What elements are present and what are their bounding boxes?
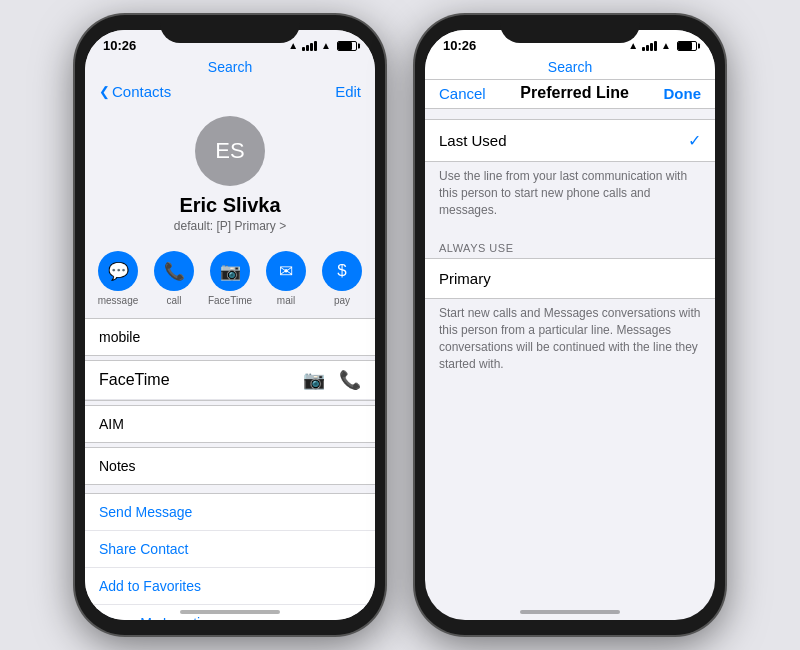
status-icons-right: ▲ ▲ bbox=[628, 40, 697, 51]
always-use-heading: ALWAYS USE bbox=[425, 228, 715, 258]
right-nav-bar: Cancel Preferred Line Done bbox=[425, 80, 715, 109]
last-used-option[interactable]: Last Used ✓ bbox=[425, 120, 715, 161]
primary-option[interactable]: Primary bbox=[425, 259, 715, 298]
screen-right: 10:26 ▲ ▲ Search Cancel bbox=[425, 30, 715, 620]
battery-icon-right bbox=[677, 41, 697, 51]
done-button[interactable]: Done bbox=[664, 85, 702, 102]
action-facetime[interactable]: 📷 FaceTime bbox=[207, 251, 253, 306]
facetime-row[interactable]: FaceTime 📷 📞 bbox=[85, 361, 375, 400]
facetime-icon: 📷 bbox=[210, 251, 250, 291]
screen-left: 10:26 ▲ ▲ Search Contacts Edit bbox=[85, 30, 375, 620]
last-used-description: Use the line from your last communicatio… bbox=[425, 162, 715, 228]
notes-label: Notes bbox=[99, 458, 136, 474]
action-call[interactable]: 📞 call bbox=[151, 251, 197, 306]
aim-section: AIM bbox=[85, 405, 375, 443]
contact-subtitle: default: [P] Primary > bbox=[174, 219, 286, 233]
preferred-line-title: Preferred Line bbox=[520, 84, 628, 102]
aim-label: AIM bbox=[99, 416, 124, 432]
action-mail[interactable]: ✉ mail bbox=[263, 251, 309, 306]
search-bar-right[interactable]: Search bbox=[425, 57, 715, 80]
cancel-button[interactable]: Cancel bbox=[439, 85, 486, 102]
facetime-phone-icon[interactable]: 📞 bbox=[339, 369, 361, 391]
wifi-icon-right: ▲ bbox=[661, 40, 671, 51]
call-icon: 📞 bbox=[154, 251, 194, 291]
facetime-section: FaceTime 📷 📞 bbox=[85, 360, 375, 401]
action-message[interactable]: 💬 message bbox=[95, 251, 141, 306]
contact-name: Eric Slivka bbox=[179, 194, 280, 217]
links-section: Send Message Share Contact Add to Favori… bbox=[85, 493, 375, 620]
checkmark-icon: ✓ bbox=[688, 131, 701, 150]
mobile-field[interactable]: mobile bbox=[85, 319, 375, 355]
notch-left bbox=[160, 15, 300, 43]
facetime-icons: 📷 📞 bbox=[303, 369, 361, 391]
facetime-video-icon[interactable]: 📷 bbox=[303, 369, 325, 391]
mail-label: mail bbox=[277, 295, 295, 306]
actions-row: 💬 message 📞 call 📷 FaceTime ✉ mail $ pay bbox=[85, 241, 375, 312]
signal-bars bbox=[302, 41, 317, 51]
battery-icon bbox=[337, 41, 357, 51]
primary-label: Primary bbox=[439, 270, 491, 287]
share-contact-link[interactable]: Share Contact bbox=[85, 531, 375, 568]
last-used-label: Last Used bbox=[439, 132, 507, 149]
search-label-right: Search bbox=[548, 59, 592, 75]
aim-field[interactable]: AIM bbox=[85, 406, 375, 442]
contact-header: ES Eric Slivka default: [P] Primary > bbox=[85, 106, 375, 241]
status-icons-left: ▲ ▲ bbox=[288, 40, 357, 51]
message-label: message bbox=[98, 295, 139, 306]
add-to-favorites-link[interactable]: Add to Favorites bbox=[85, 568, 375, 605]
wifi-icon: ▲ bbox=[321, 40, 331, 51]
last-used-section: Last Used ✓ bbox=[425, 119, 715, 162]
search-bar-left[interactable]: Search bbox=[85, 57, 375, 79]
time-right: 10:26 bbox=[443, 38, 476, 53]
avatar: ES bbox=[195, 116, 265, 186]
send-message-link[interactable]: Send Message bbox=[85, 494, 375, 531]
facetime-field-label: FaceTime bbox=[99, 371, 170, 389]
notch-right bbox=[500, 15, 640, 43]
time-left: 10:26 bbox=[103, 38, 136, 53]
message-icon: 💬 bbox=[98, 251, 138, 291]
notes-section: Notes bbox=[85, 447, 375, 485]
phone-left: 10:26 ▲ ▲ Search Contacts Edit bbox=[75, 15, 385, 635]
search-label-left: Search bbox=[208, 59, 252, 75]
nav-bar-left: Contacts Edit bbox=[85, 79, 375, 106]
mobile-label: mobile bbox=[99, 329, 140, 345]
pay-label: pay bbox=[334, 295, 350, 306]
phone-right: 10:26 ▲ ▲ Search Cancel bbox=[415, 15, 725, 635]
notes-field[interactable]: Notes bbox=[85, 448, 375, 484]
home-indicator-right bbox=[520, 610, 620, 614]
signal-bars-right bbox=[642, 41, 657, 51]
home-indicator-left bbox=[180, 610, 280, 614]
call-label: call bbox=[166, 295, 181, 306]
edit-button[interactable]: Edit bbox=[335, 83, 361, 100]
action-pay[interactable]: $ pay bbox=[319, 251, 365, 306]
location-icon-right: ▲ bbox=[628, 40, 638, 51]
facetime-label: FaceTime bbox=[208, 295, 252, 306]
mobile-section: mobile bbox=[85, 318, 375, 356]
always-use-section: Primary bbox=[425, 258, 715, 299]
pay-icon: $ bbox=[322, 251, 362, 291]
always-use-description: Start new calls and Messages conversatio… bbox=[425, 299, 715, 382]
back-button[interactable]: Contacts bbox=[99, 83, 171, 100]
location-icon: ▲ bbox=[288, 40, 298, 51]
mail-icon: ✉ bbox=[266, 251, 306, 291]
